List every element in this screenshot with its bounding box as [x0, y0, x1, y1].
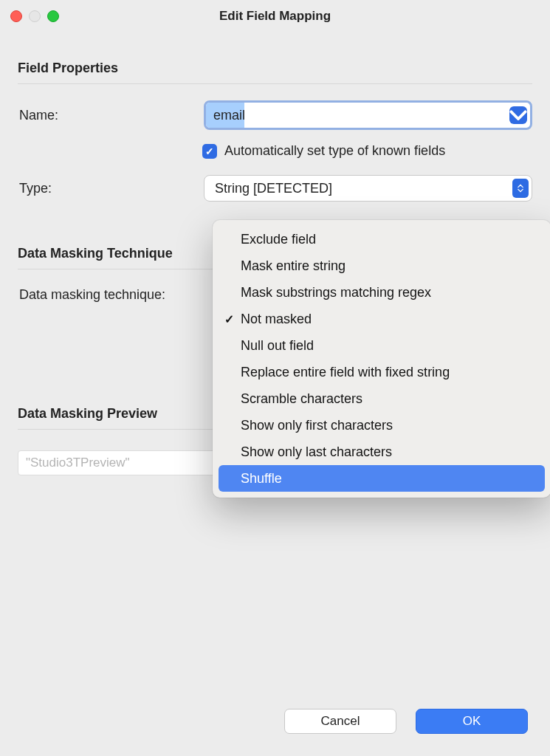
dropdown-item[interactable]: Exclude field — [219, 226, 545, 252]
zoom-icon[interactable] — [47, 10, 59, 22]
row-auto-type: ✓ Automatically set type of known fields — [202, 143, 532, 159]
dropdown-item[interactable]: Show only first characters — [219, 412, 545, 439]
dropdown-item-label: Mask entire string — [241, 258, 346, 274]
dropdown-item-label: Exclude field — [241, 232, 316, 247]
dropdown-item-label: Scramble characters — [241, 391, 362, 407]
dropdown-item[interactable]: Null out field — [219, 332, 545, 359]
preview-input[interactable]: "Studio3TPreview" — [18, 450, 224, 475]
dropdown-item[interactable]: ✓Not masked — [219, 306, 545, 332]
dropdown-item[interactable]: Scramble characters — [219, 385, 545, 412]
label-technique: Data masking technique: — [18, 287, 204, 303]
dropdown-item[interactable]: Show only last characters — [219, 439, 545, 465]
auto-type-checkbox[interactable]: ✓ — [202, 144, 217, 159]
type-value: String [DETECTED] — [215, 181, 332, 196]
minimize-icon — [29, 10, 41, 22]
dropdown-item-label: Mask substrings matching regex — [241, 285, 431, 300]
updown-icon[interactable] — [512, 179, 529, 198]
dropdown-item-label: Shuffle — [241, 471, 282, 487]
dropdown-item-label: Not masked — [241, 312, 312, 327]
chevron-down-icon[interactable] — [509, 106, 527, 124]
dialog-window: Edit Field Mapping Field Properties Name… — [0, 0, 550, 756]
name-combobox[interactable]: email — [204, 100, 532, 130]
dropdown-item-label: Show only first characters — [241, 418, 393, 433]
technique-dropdown[interactable]: Exclude fieldMask entire stringMask subs… — [213, 220, 550, 498]
window-controls — [10, 10, 59, 22]
dropdown-item-label: Null out field — [241, 338, 314, 354]
type-select[interactable]: String [DETECTED] — [204, 175, 532, 202]
titlebar: Edit Field Mapping — [0, 0, 550, 32]
dropdown-item[interactable]: Mask entire string — [219, 252, 545, 279]
row-name: Name: email — [18, 100, 532, 130]
auto-type-label: Automatically set type of known fields — [224, 143, 445, 159]
dialog-footer: Cancel OK — [284, 709, 528, 734]
cancel-button[interactable]: Cancel — [284, 709, 396, 734]
dropdown-item[interactable]: Mask substrings matching regex — [219, 279, 545, 306]
dropdown-item[interactable]: Replace entire field with fixed string — [219, 359, 545, 385]
dropdown-item-label: Replace entire field with fixed string — [241, 365, 450, 380]
row-type: Type: String [DETECTED] — [18, 175, 532, 202]
ok-button[interactable]: OK — [416, 709, 528, 734]
check-icon: ✓ — [224, 312, 234, 326]
name-input[interactable]: email — [206, 103, 509, 128]
section-field-properties: Field Properties — [18, 61, 532, 84]
dropdown-item[interactable]: Shuffle — [219, 465, 545, 492]
label-type: Type: — [18, 181, 204, 196]
window-title: Edit Field Mapping — [219, 9, 331, 24]
dropdown-item-label: Show only last characters — [241, 444, 392, 460]
close-icon[interactable] — [10, 10, 22, 22]
label-name: Name: — [18, 108, 204, 123]
